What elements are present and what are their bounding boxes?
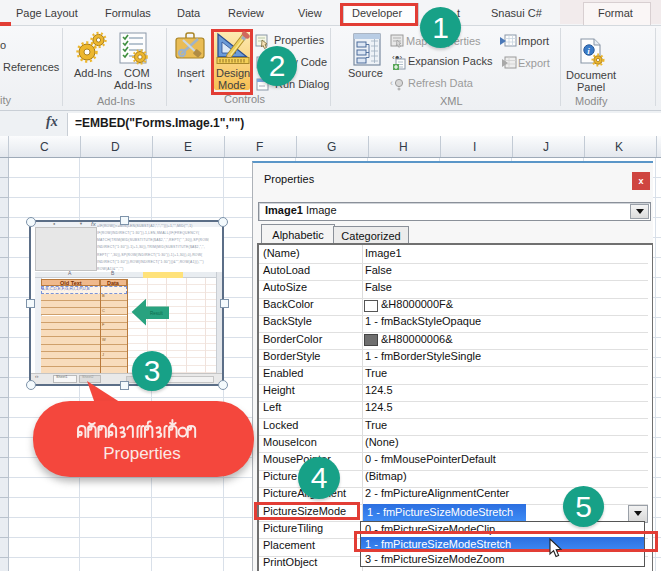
svg-text:Data: Data — [107, 280, 120, 286]
svg-text:‹: ‹ — [390, 78, 393, 88]
svg-text:Result: Result — [150, 311, 164, 316]
svg-text:Old Text: Old Text — [60, 280, 82, 286]
